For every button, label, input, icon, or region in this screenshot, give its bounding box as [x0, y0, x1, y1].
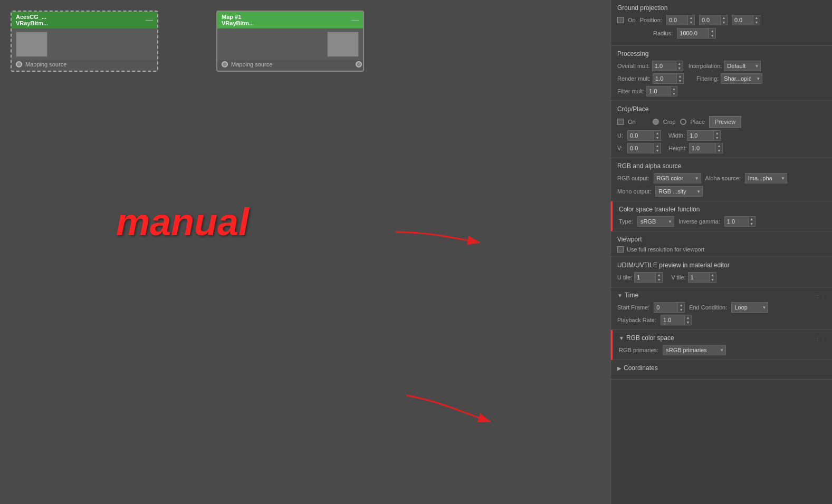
ground-proj-radius-row: Radius: ▲▼: [617, 28, 826, 38]
rgb-output-label: RGB output:: [617, 175, 649, 181]
v-input[interactable]: [627, 143, 654, 153]
render-mult-field[interactable]: ▲▼: [653, 73, 684, 84]
height-input[interactable]: [689, 143, 715, 153]
rgb-primaries-val: sRGB primaries: [666, 347, 707, 353]
end-condition-dropdown[interactable]: Loop: [731, 302, 768, 313]
playback-rate-label: Playback Rate:: [617, 317, 656, 323]
crop-radio[interactable]: [653, 119, 659, 125]
filter-mult-field[interactable]: ▲▼: [646, 86, 677, 96]
coordinates-title-row[interactable]: ▶ Coordinates: [617, 364, 826, 372]
node-1[interactable]: AcesCG_... VRayBitm... — Mapping source: [11, 11, 158, 72]
height-field[interactable]: ▲▼: [689, 143, 723, 153]
u-label: U:: [617, 132, 625, 139]
coordinates-title: Coordinates: [624, 364, 658, 372]
ground-proj-position-label: Position:: [640, 17, 662, 23]
place-label: Place: [691, 119, 705, 125]
node-2-connector-left: [222, 61, 228, 67]
ground-proj-pos-z-input[interactable]: [732, 15, 753, 25]
ground-proj-pos-y-input[interactable]: [699, 15, 720, 25]
time-title-row[interactable]: ▼ Time ⋮⋮: [617, 292, 826, 299]
time-title: Time: [625, 292, 638, 299]
time-collapse-icon: ▼: [617, 293, 623, 298]
color-space-section: Color space transfer function Type: sRGB…: [611, 201, 832, 231]
v-label: V:: [617, 145, 625, 151]
viewport-checkbox-label: Use full resolution for viewport: [627, 246, 704, 253]
start-frame-input[interactable]: [654, 302, 677, 313]
ground-proj-on-label: On: [628, 17, 636, 23]
u-tile-field[interactable]: ▲▼: [634, 272, 663, 283]
render-mult-input[interactable]: [653, 73, 676, 84]
type-val: sRGB: [640, 218, 656, 225]
udim-title: UDIM/UVTILE preview in material editor: [617, 261, 826, 269]
inverse-gamma-field[interactable]: ▲▼: [724, 216, 756, 227]
rgb-primaries-row: RGB primaries: sRGB primaries: [619, 345, 826, 355]
u-tile-label: U tile:: [617, 274, 632, 280]
width-field[interactable]: ▲▼: [687, 130, 721, 141]
node-2-minus-icon[interactable]: —: [351, 16, 359, 24]
time-row2: Playback Rate: ▲▼: [617, 315, 826, 325]
interpolation-dropdown[interactable]: Default: [724, 61, 761, 71]
node-2-title2: VRayBitm...: [222, 20, 254, 26]
v-tile-input[interactable]: [688, 272, 709, 283]
v-field[interactable]: ▲▼: [627, 143, 661, 153]
ground-proj-pos-y[interactable]: ▲▼: [699, 15, 728, 25]
inverse-gamma-input[interactable]: [724, 216, 748, 227]
node-2-label: Mapping source: [231, 61, 272, 67]
node-2-title1: Map #1: [222, 14, 254, 20]
start-frame-label: Start Frame:: [617, 304, 649, 311]
overall-mult-field[interactable]: ▲▼: [652, 61, 683, 71]
v-tile-field[interactable]: ▲▼: [688, 272, 716, 283]
render-mult-label: Render mult:: [617, 75, 651, 82]
viewport-title: Viewport: [617, 236, 826, 243]
rgb-primaries-dropdown[interactable]: sRGB primaries: [663, 345, 726, 355]
processing-section: Processing Overall mult: ▲▼ Interpolatio…: [611, 46, 832, 101]
crop-place-top-row: On Crop Place Preview: [617, 116, 826, 128]
width-input[interactable]: [687, 130, 713, 141]
u-tile-input[interactable]: [634, 272, 655, 283]
type-dropdown[interactable]: sRGB: [637, 216, 674, 227]
ground-proj-pos-z[interactable]: ▲▼: [732, 15, 760, 25]
end-condition-val: Loop: [734, 304, 747, 311]
ground-proj-pos-x[interactable]: ▲▼: [666, 15, 695, 25]
udim-section: UDIM/UVTILE preview in material editor U…: [611, 257, 832, 287]
overall-mult-input[interactable]: [652, 61, 676, 71]
node-1-connector-left: [16, 61, 22, 67]
ground-proj-radius-input[interactable]: [677, 28, 709, 38]
mono-output-dropdown[interactable]: RGB ...sity: [655, 186, 703, 197]
node-1-header: AcesCG_... VRayBitm... —: [12, 12, 157, 28]
u-input[interactable]: [627, 130, 654, 141]
preview-btn[interactable]: Preview: [709, 116, 741, 128]
filter-mult-input[interactable]: [646, 86, 670, 96]
filtering-dropdown[interactable]: Shar...opic: [721, 73, 762, 84]
ground-projection-section: Ground projection On Position: ▲▼ ▲▼ ▲▼ …: [611, 0, 832, 46]
rgb-cs-title-row[interactable]: ▼ RGB color space ⋮⋮: [619, 334, 826, 342]
node-2[interactable]: Map #1 VRayBitm... — Mapping source: [216, 11, 364, 72]
ground-proj-radius-field[interactable]: ▲▼: [677, 28, 716, 38]
ground-proj-on-checkbox[interactable]: [617, 17, 624, 23]
node-1-label: Mapping source: [25, 61, 66, 67]
overall-mult-label: Overall mult:: [617, 63, 650, 69]
ground-projection-title: Ground projection: [617, 4, 826, 12]
alpha-source-dropdown[interactable]: Ima...pha: [745, 173, 787, 183]
start-frame-field[interactable]: ▲▼: [654, 302, 685, 313]
viewport-checkbox[interactable]: [617, 246, 624, 253]
rgb-output-dropdown[interactable]: RGB color: [654, 173, 701, 183]
node-2-header: Map #1 VRayBitm... —: [217, 12, 363, 28]
crop-on-checkbox[interactable]: [617, 119, 624, 125]
coordinates-section: ▶ Coordinates: [611, 360, 832, 380]
ground-proj-pos-x-input[interactable]: [666, 15, 687, 25]
node-2-preview: [327, 32, 359, 57]
u-field[interactable]: ▲▼: [627, 130, 661, 141]
mono-output-val: RGB ...sity: [658, 188, 686, 195]
rgb-alpha-section: RGB and alpha source RGB output: RGB col…: [611, 158, 832, 201]
playback-rate-input[interactable]: [661, 315, 684, 325]
rgb-output-val: RGB color: [657, 175, 684, 181]
width-label: Width:: [668, 132, 685, 139]
rgb-alpha-title: RGB and alpha source: [617, 162, 826, 170]
filtering-label: Filtering:: [696, 75, 719, 82]
viewport-section: Viewport Use full resolution for viewpor…: [611, 231, 832, 257]
playback-rate-field[interactable]: ▲▼: [661, 315, 692, 325]
node-1-minus-icon[interactable]: —: [146, 16, 153, 24]
place-radio[interactable]: [680, 119, 686, 125]
crop-on-label: On: [628, 119, 636, 125]
